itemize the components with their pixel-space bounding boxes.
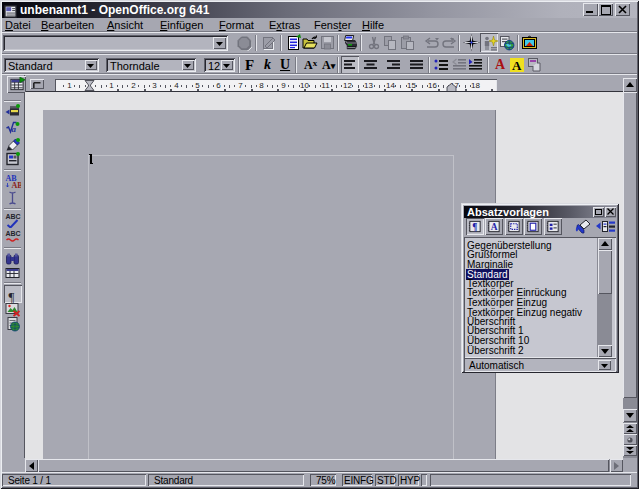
- svg-text:ABC: ABC: [6, 213, 21, 220]
- svg-text:ABC: ABC: [6, 230, 21, 237]
- svg-text:AB: AB: [12, 181, 22, 189]
- svg-text:A: A: [491, 222, 498, 232]
- svg-text:¶: ¶: [472, 222, 477, 232]
- svg-text:a: a: [12, 124, 17, 134]
